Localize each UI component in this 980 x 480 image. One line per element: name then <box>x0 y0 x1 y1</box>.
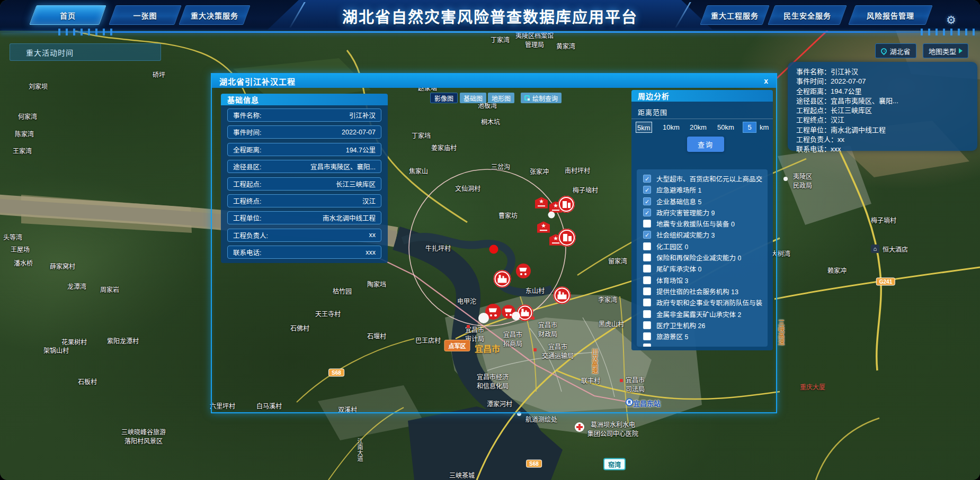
field-label: 联系电话: <box>233 247 261 257</box>
checklist-label: 政府灾害管理能力 9 <box>656 207 715 218</box>
checklist-label: 化工园区 0 <box>656 241 688 251</box>
checklist-row[interactable]: ✓大型超市、百货店和亿元以上商品交 <box>643 175 768 183</box>
nav-tab-label: 重大决策服务 <box>183 6 246 24</box>
checkbox-checked[interactable]: ✓ <box>643 197 651 205</box>
checklist-row[interactable]: 政府专职和企事业专职消防队伍与装 <box>643 298 768 306</box>
checklist-row[interactable]: 旅游景区 5 <box>643 332 768 340</box>
info-field-row: 工程负责人:xx <box>227 229 381 242</box>
info-field-row: 工程起点:长江三峡库区 <box>227 177 381 191</box>
nav-tab-风险报告管理[interactable]: 风险报告管理 <box>848 5 932 25</box>
draw-query-button[interactable]: 绘制查询 <box>521 93 562 103</box>
activity-time-selector[interactable]: 重大活动时间 <box>10 43 161 61</box>
checklist-row[interactable]: 尾矿库承灾体 0 <box>643 265 768 273</box>
checkbox-unchecked[interactable] <box>643 321 651 329</box>
checkbox-checked[interactable]: ✓ <box>643 209 651 216</box>
nav-tab-重大决策服务[interactable]: 重大决策服务 <box>179 5 250 25</box>
hotel-icon[interactable]: ⌂ <box>871 244 879 253</box>
info-field-row: 工程单位:南水北调中线工程 <box>227 211 381 224</box>
close-icon[interactable]: x <box>764 76 769 86</box>
checkbox-unchecked[interactable] <box>643 310 651 318</box>
info-line: 事件时间：2022-07-07 <box>796 77 969 86</box>
info-line: 工程单位：南水北调中线工程 <box>796 125 969 135</box>
analysis-panel: 周边分析 距离范围 km 5km10km20km50km 查询 ✓大型超市、百货… <box>631 90 773 350</box>
nav-tab-label: 一张图 <box>113 6 177 24</box>
draw-query-label: 绘制查询 <box>532 94 558 103</box>
range-option-20km[interactable]: 20km <box>689 122 708 133</box>
checklist-row[interactable] <box>643 343 768 347</box>
page-title: 湖北省自然灾害风险普查数据库应用平台 <box>342 5 638 27</box>
checklist-label: 大型超市、百货店和亿元以上商品交 <box>656 174 762 184</box>
checklist-row[interactable]: 提供住宿的社会服务机构 13 <box>643 287 768 295</box>
checkbox-unchecked[interactable] <box>643 242 651 250</box>
field-label: 事件名称: <box>233 110 261 120</box>
checkbox-unchecked[interactable] <box>643 287 651 295</box>
top-bar: 湖北省自然灾害风险普查数据库应用平台 首页一张图重大决策服务 重大工程服务民生安… <box>0 0 980 31</box>
checkbox-unchecked[interactable] <box>643 265 651 273</box>
layer-button-地形图[interactable]: 地形图 <box>488 93 514 103</box>
nav-tab-首页[interactable]: 首页 <box>29 5 106 25</box>
checkbox-unchecked[interactable] <box>643 253 651 261</box>
field-value: 引江补汉 <box>349 110 376 120</box>
info-line: 全程距离：194.7公里 <box>796 87 969 96</box>
nav-tab-重大工程服务[interactable]: 重大工程服务 <box>700 5 769 25</box>
map-type-button[interactable]: 地图类型 <box>923 43 968 58</box>
activity-time-label: 重大活动时间 <box>26 47 74 58</box>
checkbox-unchecked[interactable] <box>643 298 651 306</box>
info-field-row: 联系电话:xxx <box>227 246 381 259</box>
analysis-title: 周边分析 <box>631 90 773 102</box>
checklist-row[interactable]: 化工园区 0 <box>643 242 768 250</box>
checkbox-unchecked[interactable] <box>643 276 651 284</box>
checklist-label: 企业基础信息 5 <box>656 196 701 206</box>
checklist-row[interactable]: 体育场馆 3 <box>643 276 768 284</box>
checklist-row[interactable]: 医疗卫生机构 26 <box>643 321 768 329</box>
checklist-label: 应急避难场所 1 <box>656 185 701 195</box>
layer-button-影像图[interactable]: 影像图 <box>430 93 458 103</box>
range-option-5km[interactable]: 5km <box>636 122 652 133</box>
checklist-row[interactable]: ✓应急避难场所 1 <box>643 186 768 194</box>
nav-tab-一张图[interactable]: 一张图 <box>109 5 181 25</box>
white-dot[interactable] <box>783 177 788 181</box>
field-value: xx <box>369 231 376 239</box>
field-label: 工程终点: <box>233 196 261 206</box>
custom-distance-input[interactable] <box>743 122 756 133</box>
checklist-row[interactable]: 地震专业救援队伍与装备 0 <box>643 220 768 228</box>
range-option-50km[interactable]: 50km <box>716 122 735 133</box>
checkbox-checked[interactable]: ✓ <box>643 231 651 239</box>
map-type-label: 地图类型 <box>929 46 956 56</box>
field-label: 事件时间: <box>233 127 261 137</box>
event-info-panel: 事件名称：引江补汉事件时间：2022-07-07全程距离：194.7公里途径县区… <box>788 62 977 151</box>
checkbox-unchecked[interactable] <box>643 343 651 347</box>
range-option-10km[interactable]: 10km <box>662 122 681 133</box>
checklist-row[interactable]: 金属非金属露天矿山承灾体 2 <box>643 310 768 318</box>
checklist-label: 尾矿库承灾体 0 <box>656 264 701 274</box>
query-button[interactable]: 查询 <box>687 137 724 152</box>
checklist-label: 提供住宿的社会服务机构 13 <box>656 286 738 296</box>
nav-tab-label: 风险报告管理 <box>852 6 929 24</box>
nav-tab-民生安全服务[interactable]: 民生安全服务 <box>768 5 847 25</box>
info-line: 工程终点：汉江 <box>796 115 969 125</box>
project-modal: 湖北省引江补汉工程 x 基础信息 事件名称:引江补汉事件时间:2022-07-0… <box>211 73 777 413</box>
info-field-row: 事件名称:引江补汉 <box>227 108 381 122</box>
nav-tab-label: 重大工程服务 <box>704 6 765 24</box>
checklist-row[interactable]: 保险和再保险企业减灾能力 0 <box>643 253 768 261</box>
hospital-icon[interactable] <box>575 422 584 432</box>
field-value: 宜昌市夷陵区、襄阳... <box>310 161 376 171</box>
checkbox-checked[interactable]: ✓ <box>643 186 651 194</box>
field-label: 工程起点: <box>233 179 261 189</box>
checklist-row[interactable]: ✓企业基础信息 5 <box>643 197 768 205</box>
region-button[interactable]: 湖北省 <box>875 43 916 58</box>
checklist-row[interactable]: ✓政府灾害管理能力 9 <box>643 209 768 216</box>
field-value: 2022-07-07 <box>342 129 376 136</box>
basic-info-panel: 基础信息 事件名称:引江补汉事件时间:2022-07-07全程距离:194.7公… <box>221 94 388 263</box>
layer-button-基础图[interactable]: 基础图 <box>460 93 486 103</box>
decor-ticks <box>58 29 117 35</box>
checklist-label: 政府专职和企事业专职消防队伍与装 <box>656 297 762 307</box>
checklist-row[interactable]: ✓社会组织减灾能力 3 <box>643 231 768 239</box>
checkbox-unchecked[interactable] <box>643 332 651 340</box>
checkbox-checked[interactable]: ✓ <box>643 175 651 183</box>
gear-icon[interactable]: ⚙ <box>946 14 956 26</box>
nav-tab-label: 民生安全服务 <box>772 6 843 24</box>
field-value: 汉江 <box>362 196 376 206</box>
custom-distance-unit: km <box>760 122 769 133</box>
checkbox-unchecked[interactable] <box>643 220 651 228</box>
